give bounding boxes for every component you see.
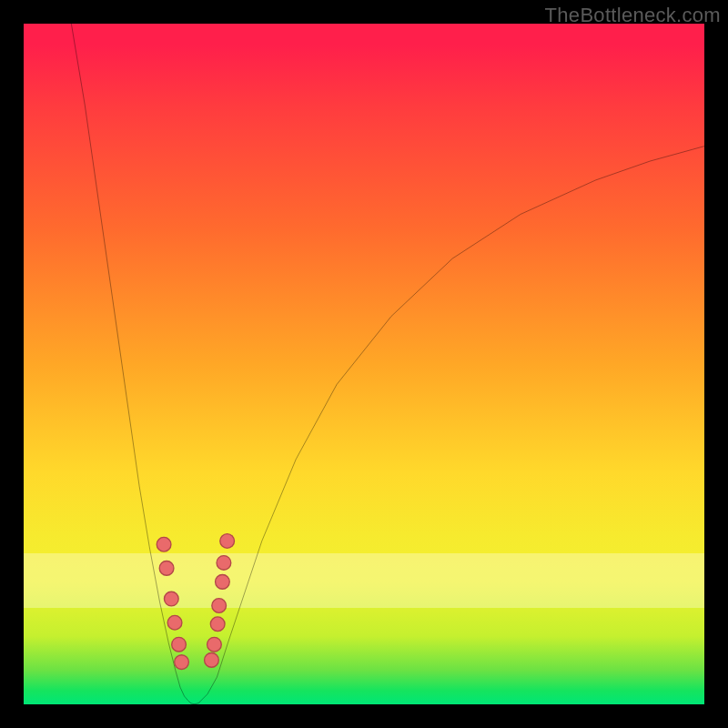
chart-plot-area: [24, 24, 704, 704]
chart-frame: TheBottleneck.com: [0, 0, 728, 728]
highlight-band: [24, 553, 704, 608]
watermark-label: TheBottleneck.com: [545, 4, 721, 27]
data-marker: [216, 575, 230, 590]
data-marker: [217, 556, 231, 571]
data-marker: [212, 599, 227, 613]
data-marker: [157, 537, 171, 551]
data-marker: [207, 637, 222, 652]
markers-layer: [24, 24, 704, 704]
data-marker: [175, 655, 189, 670]
data-marker: [172, 637, 187, 652]
data-marker: [210, 617, 225, 632]
data-marker: [159, 561, 174, 576]
data-marker: [164, 592, 178, 606]
data-marker: [220, 534, 235, 549]
data-marker: [167, 615, 182, 630]
data-marker: [205, 653, 219, 668]
v-curve: [24, 24, 704, 704]
curve-path: [71, 24, 704, 704]
